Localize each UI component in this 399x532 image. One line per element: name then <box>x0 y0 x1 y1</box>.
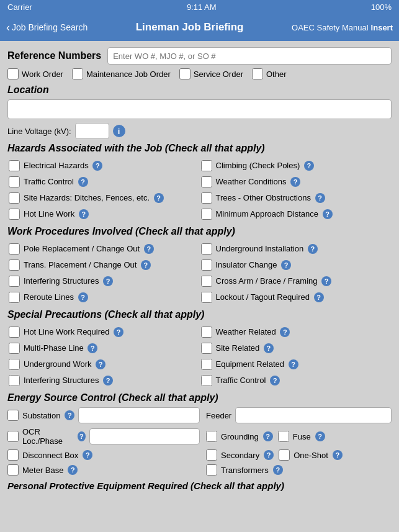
ocr-loc-label: OCR Loc./Phase <box>22 427 73 446</box>
traffic-control-help-icon[interactable]: ? <box>78 177 88 187</box>
climbing-help-icon[interactable]: ? <box>304 161 314 171</box>
interfering-structures2-row: Interfering Structures ? <box>7 372 200 389</box>
trans-placement-row: Trans. Placement / Change Out ? <box>7 257 200 273</box>
weather-conditions-checkbox[interactable] <box>201 176 212 187</box>
pole-replacement-checkbox[interactable] <box>9 243 20 255</box>
line-voltage-label: Line Voltage (kV): <box>7 127 71 136</box>
traffic-control2-row: Traffic Control ? <box>200 372 392 389</box>
one-shot-checkbox[interactable] <box>279 449 290 461</box>
equipment-related-help-icon[interactable]: ? <box>289 359 298 369</box>
work-order-checkbox-item: Work Order <box>7 68 63 79</box>
grounding-checkbox[interactable] <box>206 431 217 442</box>
disconnect-box-label: Disconnect Box <box>22 451 78 460</box>
interfering-structures2-help-icon[interactable]: ? <box>103 376 113 385</box>
hot-line-work-help-icon[interactable]: ? <box>79 209 89 219</box>
site-hazards-help-icon[interactable]: ? <box>154 193 164 203</box>
electrical-hazards-checkbox[interactable] <box>9 160 20 171</box>
ocr-loc-input[interactable] <box>89 428 200 444</box>
service-order-checkbox[interactable] <box>179 68 191 79</box>
electrical-hazards-row: Electrical Hazards ? <box>7 158 200 174</box>
other-checkbox[interactable] <box>252 68 263 79</box>
line-voltage-info-icon[interactable]: i <box>113 125 125 137</box>
mjo-checkbox[interactable] <box>72 68 83 79</box>
location-input[interactable] <box>7 99 392 119</box>
fuse-help-icon[interactable]: ? <box>315 431 325 441</box>
equipment-related-row: Equipment Related ? <box>200 356 392 372</box>
underground-installation-row: Underground Installation ? <box>200 241 392 257</box>
secondary-checkbox[interactable] <box>206 449 217 461</box>
insulator-change-checkbox[interactable] <box>201 259 212 271</box>
weather-conditions-help-icon[interactable]: ? <box>290 177 300 187</box>
work-order-checkbox[interactable] <box>7 68 19 79</box>
climbing-checkbox[interactable] <box>201 160 212 171</box>
equipment-related-checkbox[interactable] <box>201 359 212 370</box>
lockout-tagout-help-icon[interactable]: ? <box>314 292 324 302</box>
trans-placement-help-icon[interactable]: ? <box>141 260 151 270</box>
trans-placement-checkbox[interactable] <box>9 259 20 271</box>
cross-arm-row: Cross Arm / Brace / Framing ? <box>200 273 392 289</box>
secondary-help-icon[interactable]: ? <box>264 450 274 460</box>
ocr-loc-help-icon[interactable]: ? <box>78 431 86 441</box>
site-related-help-icon[interactable]: ? <box>264 343 274 353</box>
min-approach-help-icon[interactable]: ? <box>323 209 333 219</box>
line-voltage-input[interactable] <box>75 123 109 139</box>
line-voltage-row: Line Voltage (kV): i <box>7 123 392 139</box>
interfering-structures-help-icon[interactable]: ? <box>103 276 113 286</box>
ppe-header: Personal Protective Equipment Required (… <box>7 480 392 491</box>
battery-label: 100% <box>371 2 392 12</box>
safety-manual-label[interactable]: OAEC Safety Manual <box>292 23 369 32</box>
traffic-control2-checkbox[interactable] <box>201 375 212 386</box>
interfering-structures2-checkbox[interactable] <box>9 375 20 386</box>
lockout-tagout-checkbox[interactable] <box>201 292 212 303</box>
traffic-control2-help-icon[interactable]: ? <box>270 376 280 385</box>
meter-base-checkbox[interactable] <box>7 464 19 476</box>
cross-arm-help-icon[interactable]: ? <box>321 276 331 286</box>
weather-related-checkbox[interactable] <box>201 327 212 338</box>
multi-phase-help-icon[interactable]: ? <box>87 343 97 353</box>
disconnect-box-help-icon[interactable]: ? <box>83 450 92 460</box>
trees-help-icon[interactable]: ? <box>315 193 325 203</box>
hot-line-work-req-help-icon[interactable]: ? <box>114 327 123 337</box>
one-shot-help-icon[interactable]: ? <box>333 450 343 460</box>
substation-help-icon[interactable]: ? <box>65 410 74 420</box>
other-checkbox-item: Other <box>252 68 287 79</box>
transformers-checkbox[interactable] <box>206 464 217 476</box>
underground-work-checkbox[interactable] <box>9 359 20 370</box>
hot-line-work-checkbox[interactable] <box>9 209 20 220</box>
weather-related-help-icon[interactable]: ? <box>280 327 290 337</box>
feeder-input[interactable] <box>235 407 392 423</box>
grounding-help-icon[interactable]: ? <box>263 431 273 441</box>
cross-arm-checkbox[interactable] <box>201 276 212 287</box>
reroute-lines-checkbox[interactable] <box>9 292 20 303</box>
mjo-label: Maintenance Job Order <box>86 70 171 79</box>
electrical-hazards-help-icon[interactable]: ? <box>92 161 102 171</box>
substation-checkbox[interactable] <box>7 410 19 421</box>
meter-base-help-icon[interactable]: ? <box>68 465 78 475</box>
fuse-checkbox[interactable] <box>278 431 289 442</box>
pole-replacement-help-icon[interactable]: ? <box>144 244 154 254</box>
service-order-checkbox-item: Service Order <box>179 68 243 79</box>
reference-checkboxes-row: Work Order Maintenance Job Order Service… <box>7 68 392 79</box>
reference-numbers-input[interactable] <box>107 47 392 65</box>
underground-installation-help-icon[interactable]: ? <box>308 244 318 254</box>
site-hazards-checkbox[interactable] <box>9 192 20 204</box>
interfering-structures-checkbox[interactable] <box>9 276 20 287</box>
insert-button[interactable]: Insert <box>371 23 393 32</box>
traffic-control-checkbox[interactable] <box>9 176 20 187</box>
insulator-change-help-icon[interactable]: ? <box>281 260 291 270</box>
transformers-help-icon[interactable]: ? <box>273 465 283 475</box>
ocr-loc-checkbox[interactable] <box>7 431 19 442</box>
multi-phase-checkbox[interactable] <box>9 343 20 354</box>
trees-checkbox[interactable] <box>201 192 212 204</box>
reroute-lines-help-icon[interactable]: ? <box>78 292 88 302</box>
substation-input[interactable] <box>78 407 200 423</box>
underground-work-help-icon[interactable]: ? <box>96 359 105 369</box>
transformers-item: Transformers ? <box>206 464 392 476</box>
back-button[interactable]: ‹ Job Briefing Search <box>6 21 87 34</box>
hot-line-work-req-checkbox[interactable] <box>9 327 20 338</box>
disconnect-box-checkbox[interactable] <box>7 449 19 461</box>
min-approach-checkbox[interactable] <box>201 209 212 220</box>
site-related-checkbox[interactable] <box>201 343 212 354</box>
traffic-control-label: Traffic Control ? <box>24 177 88 187</box>
underground-installation-checkbox[interactable] <box>201 243 212 255</box>
